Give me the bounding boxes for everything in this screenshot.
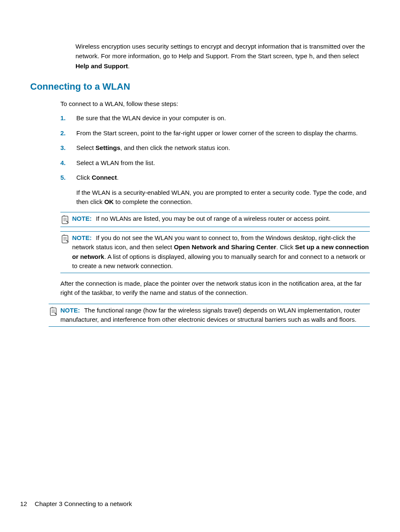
page-number: 12 [20, 500, 27, 507]
step-number: 4. [60, 158, 76, 168]
step-text: Select a WLAN from the list. [76, 158, 370, 168]
intro-mono: h [309, 53, 313, 60]
note-block-2: NOTE:If you do not see the WLAN you want… [60, 231, 370, 273]
step-text: Be sure that the WLAN device in your com… [76, 114, 370, 123]
note-label: NOTE: [72, 234, 92, 241]
step-number: 1. [60, 114, 76, 123]
note-content: NOTE:The functional range (how far the w… [60, 306, 370, 325]
note-block-1: NOTE:If no WLANs are listed, you may be … [60, 212, 370, 227]
note-icon [60, 234, 70, 244]
step-1: 1. Be sure that the WLAN device in your … [60, 114, 370, 123]
intro-end: . [128, 62, 130, 70]
intro-body-para: To connect to a WLAN, follow these steps… [60, 99, 370, 109]
step-number: 2. [60, 129, 76, 138]
note-label: NOTE: [60, 307, 80, 314]
svg-rect-4 [62, 235, 68, 243]
intro-text-after: , and then select [313, 52, 359, 59]
note-content: NOTE:If no WLANs are listed, you may be … [72, 214, 370, 224]
step-3: 3. Select Settings, and then click the n… [60, 143, 370, 153]
chapter-title: Chapter 3 Connecting to a network [35, 500, 132, 507]
note-text: If no WLANs are listed, you may be out o… [96, 215, 330, 222]
step-number: 3. [60, 143, 76, 153]
step-text: Select Settings, and then click the netw… [76, 143, 370, 153]
note-icon [49, 307, 59, 317]
note-label: NOTE: [72, 215, 92, 222]
svg-rect-8 [50, 308, 56, 315]
intro-bold: Help and Support [75, 62, 128, 70]
note-block-3: NOTE:The functional range (how far the w… [49, 304, 370, 327]
svg-rect-0 [62, 216, 68, 224]
section-heading: Connecting to a WLAN [30, 80, 370, 93]
step-number: 5. [60, 173, 76, 183]
step-4: 4. Select a WLAN from the list. [60, 158, 370, 168]
intro-paragraph: Wireless encryption uses security settin… [75, 42, 370, 71]
step-5: 5. Click Connect. [60, 173, 370, 183]
note-icon [60, 215, 70, 225]
note-text: The functional range (how far the wirele… [60, 307, 360, 323]
step-text: Click Connect. [76, 173, 370, 183]
after-connection-para: After the connection is made, place the … [60, 279, 370, 298]
page-footer: 12 Chapter 3 Connecting to a network [20, 499, 132, 509]
step-text: From the Start screen, point to the far-… [76, 129, 370, 138]
step-2: 2. From the Start screen, point to the f… [60, 129, 370, 138]
note-content: NOTE:If you do not see the WLAN you want… [72, 233, 370, 271]
step-5-extra: If the WLAN is a security-enabled WLAN, … [76, 188, 370, 207]
page-content: Wireless encryption uses security settin… [0, 0, 400, 327]
steps-list: 1. Be sure that the WLAN device in your … [60, 114, 370, 183]
